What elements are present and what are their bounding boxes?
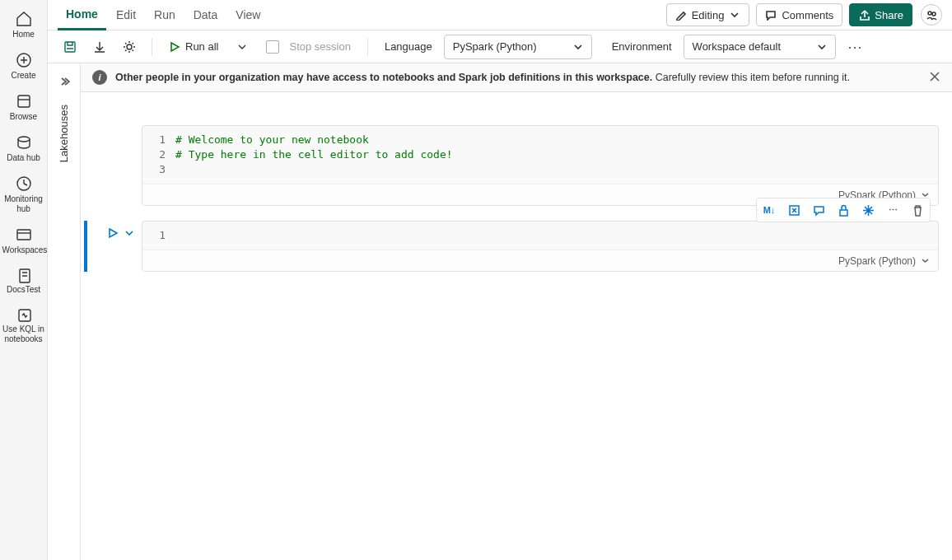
people-icon — [926, 9, 937, 21]
nav-home-label: Home — [12, 30, 35, 40]
info-icon: i — [92, 70, 107, 85]
separator — [152, 38, 152, 56]
delete-cell-button[interactable] — [907, 200, 928, 220]
cell-toolbar: M↓⋯ — [756, 198, 931, 222]
banner-close-button[interactable] — [929, 71, 940, 85]
cell-body[interactable]: 1PySpark (Python) — [142, 221, 939, 272]
workspaces-icon — [15, 226, 33, 244]
lock-cell-button[interactable] — [833, 200, 854, 220]
clear-output-button[interactable] — [783, 200, 805, 220]
docstest-icon — [16, 267, 32, 283]
code-line[interactable]: # Welcome to your new notebook — [175, 133, 938, 147]
plus-circle-icon — [15, 51, 33, 69]
stop-session-button[interactable]: Stop session — [259, 35, 357, 59]
chevron-right-icon — [58, 76, 70, 87]
run-cell-icon[interactable] — [107, 227, 119, 239]
chevron-down-icon — [729, 9, 740, 21]
gear-icon — [122, 40, 137, 54]
close-icon — [929, 71, 940, 82]
share-icon — [858, 9, 870, 21]
nav-kql[interactable]: Use KQL in notebooks — [0, 301, 47, 351]
stop-session-checkbox[interactable] — [266, 40, 279, 54]
download-button[interactable] — [87, 35, 112, 59]
language-label: Language — [385, 40, 432, 53]
run-all-label: Run all — [185, 40, 218, 53]
tab-data[interactable]: Data — [185, 0, 226, 30]
environment-label: Environment — [612, 40, 672, 53]
run-all-button[interactable]: Run all — [162, 35, 225, 59]
side-panel-toggle[interactable] — [54, 72, 74, 91]
notebook-editor: i Other people in your organization may … — [81, 63, 952, 560]
environment-value: Workspace default — [693, 40, 781, 53]
svg-point-10 — [127, 44, 132, 49]
nav-docstest-label: DocsTest — [7, 285, 40, 295]
svg-rect-12 — [840, 210, 847, 216]
run-all-dropdown[interactable] — [230, 35, 254, 59]
play-icon — [169, 41, 180, 53]
comment-icon — [813, 204, 825, 217]
nav-docstest[interactable]: DocsTest — [0, 262, 47, 301]
code-cell: 123# Welcome to your new notebook# Type … — [81, 125, 939, 206]
nav-workspaces-label: Workspaces — [2, 245, 45, 255]
comments-button[interactable]: Comments — [756, 3, 842, 26]
save-icon — [63, 40, 77, 54]
nav-monitoring-hub[interactable]: Monitoring hub — [0, 170, 47, 221]
editing-mode-button[interactable]: Editing — [666, 3, 750, 26]
code-line[interactable]: # Type here in the cell editor to add co… — [175, 147, 938, 162]
nav-browse[interactable]: Browse — [0, 87, 47, 128]
toolbar: Run all Stop session Language PySpark (P… — [48, 30, 952, 63]
more-options-button[interactable]: ⋯ — [841, 38, 870, 56]
chevron-down-icon[interactable] — [124, 227, 135, 239]
environment-select[interactable]: Workspace default — [684, 35, 836, 59]
nav-create-label: Create — [11, 71, 35, 81]
language-select[interactable]: PySpark (Python) — [444, 35, 592, 59]
code-line[interactable] — [175, 162, 938, 177]
code-line[interactable] — [175, 228, 938, 243]
markdown-toggle-button[interactable]: M↓ — [758, 200, 780, 220]
nav-create[interactable]: Create — [0, 46, 47, 87]
code-cell: 1PySpark (Python)M↓⋯ — [81, 221, 939, 272]
chevron-down-icon — [921, 256, 930, 265]
info-banner: i Other people in your organization may … — [81, 63, 952, 92]
nav-data-hub[interactable]: Data hub — [0, 128, 47, 170]
freeze-cell-button[interactable] — [857, 200, 879, 220]
nav-workspaces[interactable]: Workspaces — [0, 221, 47, 262]
svg-rect-1 — [18, 96, 30, 107]
banner-rest: Carefully review this item before runnin… — [652, 72, 850, 83]
monitoring-icon — [15, 175, 33, 193]
share-button[interactable]: Share — [849, 3, 912, 26]
nav-home[interactable]: Home — [0, 5, 47, 46]
presence-avatar[interactable] — [921, 4, 942, 26]
home-icon — [15, 10, 33, 28]
nav-data-hub-label: Data hub — [7, 153, 40, 163]
svg-point-7 — [928, 12, 931, 15]
data-hub-icon — [15, 133, 33, 152]
share-label: Share — [875, 9, 903, 21]
nav-kql-label: Use KQL in notebooks — [2, 324, 45, 344]
tab-view[interactable]: View — [227, 0, 268, 30]
svg-point-8 — [932, 12, 936, 16]
save-button[interactable] — [58, 35, 82, 59]
comment-icon — [765, 9, 777, 21]
line-number: 1 — [142, 228, 166, 243]
language-value: PySpark (Python) — [453, 40, 537, 53]
tab-home[interactable]: Home — [58, 0, 106, 30]
cell-gutter — [81, 221, 142, 272]
tab-run[interactable]: Run — [146, 0, 184, 30]
line-number: 3 — [142, 162, 166, 177]
cell-language-selector[interactable]: PySpark (Python) — [142, 250, 938, 271]
svg-rect-4 — [17, 230, 30, 240]
chevron-down-icon — [235, 40, 250, 54]
side-panel-label[interactable]: Lakehouses — [58, 105, 70, 162]
svg-point-2 — [18, 137, 30, 142]
line-number: 1 — [142, 133, 166, 147]
cell-body[interactable]: 123# Welcome to your new notebook# Type … — [142, 125, 939, 206]
banner-text: Other people in your organization may ha… — [115, 72, 921, 83]
settings-button[interactable] — [117, 35, 142, 59]
comment-cell-button[interactable] — [808, 200, 829, 220]
kql-icon — [16, 306, 32, 323]
download-icon — [92, 40, 107, 54]
svg-rect-9 — [65, 42, 75, 52]
more-cell-button[interactable]: ⋯ — [882, 200, 903, 220]
tab-edit[interactable]: Edit — [108, 0, 144, 30]
